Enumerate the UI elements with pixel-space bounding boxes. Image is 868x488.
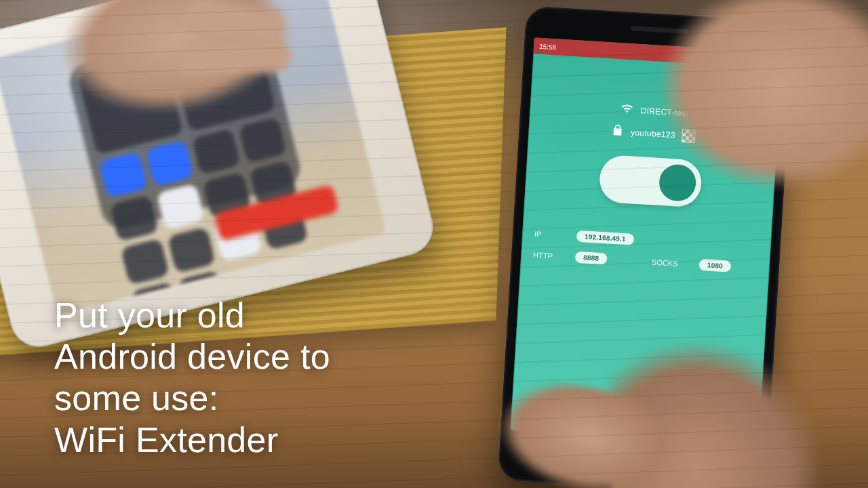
settings-button[interactable]	[755, 74, 772, 94]
video-caption: Put your old Android device to some use:…	[54, 295, 330, 461]
cc-bluetooth-tile	[145, 140, 194, 186]
password-row: youtube123	[610, 123, 696, 144]
caption-line1: Put your old	[54, 296, 245, 335]
ssid-value: DIRECT-test	[640, 106, 688, 118]
ip-badge: 192.168.49.1	[576, 230, 635, 245]
cc-tile	[167, 226, 216, 273]
status-icons	[734, 54, 777, 64]
wifi-icon	[620, 101, 634, 117]
phone-display: 15:58 DIRECT-test	[510, 37, 783, 445]
caption-line2: Android device to	[54, 337, 330, 376]
cc-tile	[121, 238, 170, 285]
ip-row: IP 192.168.49.1	[534, 228, 759, 253]
toggle-knob	[658, 163, 696, 202]
cc-wifi-tile	[99, 151, 148, 198]
http-port-badge: 8888	[575, 251, 608, 265]
bluetooth-icon	[734, 54, 743, 62]
lock-icon	[610, 123, 625, 140]
android-phone: 15:58 DIRECT-test	[498, 6, 794, 488]
phone-body: 15:58 DIRECT-test	[498, 6, 794, 488]
hotspot-toggle[interactable]	[598, 155, 703, 208]
earpiece	[630, 26, 688, 34]
thumbnail-scene: 15:58 DIRECT-test	[0, 0, 868, 488]
password-value: youtube123	[631, 127, 675, 140]
cc-tile	[110, 195, 159, 241]
caption-line3: some use:	[54, 378, 219, 418]
cc-tile	[238, 117, 287, 163]
socks-port-badge: 1080	[698, 259, 731, 272]
cc-connectivity-group	[77, 53, 184, 155]
status-time: 15:58	[539, 42, 557, 51]
caption-line4: WiFi Extender	[54, 420, 278, 460]
http-label: HTTP	[533, 250, 564, 260]
status-bar: 15:58	[533, 37, 783, 68]
cc-tile	[191, 128, 240, 175]
socks-label: SOCKS	[652, 258, 688, 268]
cc-media-group	[170, 30, 276, 131]
proxy-ports-row: HTTP 8888 SOCKS 1080	[533, 249, 757, 274]
home-button[interactable]	[588, 444, 677, 476]
wifi-icon	[746, 55, 754, 63]
connection-details: IP 192.168.49.1 HTTP 8888 SOCKS 1080	[532, 228, 759, 283]
battery-icon	[769, 56, 777, 64]
ip-label: IP	[534, 229, 565, 239]
signal-icon	[757, 56, 766, 64]
ssid-row: DIRECT-test	[620, 101, 689, 121]
cc-tile	[156, 183, 205, 230]
qr-code-icon[interactable]	[682, 128, 696, 142]
network-info: DIRECT-test youtube123	[528, 96, 779, 148]
